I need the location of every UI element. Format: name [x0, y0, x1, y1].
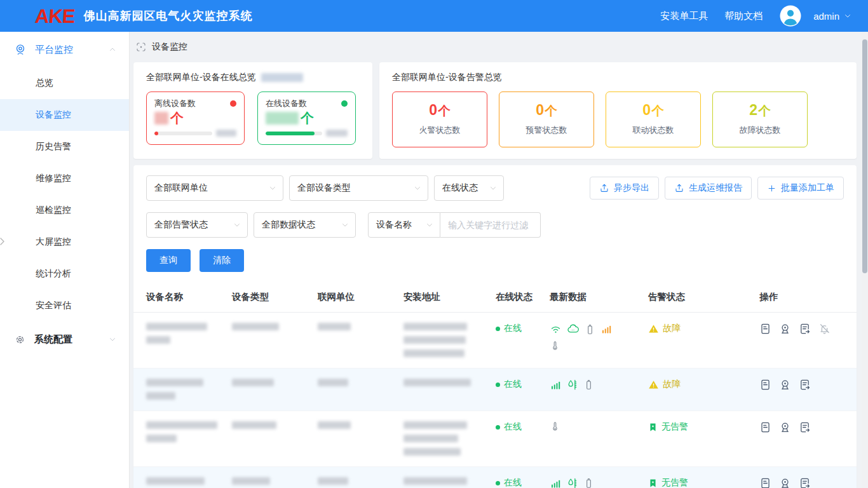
bell-off-icon[interactable] [818, 323, 831, 335]
avatar[interactable] [779, 4, 802, 27]
document-icon[interactable] [759, 421, 771, 433]
online-status-dot [341, 100, 348, 107]
chevron-down-icon [233, 221, 241, 229]
document-icon[interactable] [759, 379, 771, 391]
cell-online-status: 在线 [496, 477, 550, 488]
app-title: 佛山高新园区电气火灾监控系统 [83, 8, 252, 24]
async-export-button[interactable]: 异步导出 [590, 177, 659, 200]
cell-device-type [232, 477, 318, 488]
cell-latest-data [550, 421, 626, 432]
online-dot [496, 327, 500, 331]
bookmark-icon [648, 423, 658, 432]
select-data-status[interactable]: 全部数据状态 [254, 212, 356, 238]
cell-online-status: 在线 [496, 421, 550, 433]
query-button[interactable]: 查询 [146, 249, 191, 272]
redacted-value [266, 112, 299, 125]
offline-status-dot [230, 100, 236, 107]
sidebar-item-2[interactable]: 设备监控 [0, 99, 129, 131]
document-icon[interactable] [759, 323, 771, 335]
document-icon[interactable] [759, 477, 771, 488]
sidebar-collapse-handle[interactable] [0, 238, 4, 245]
select-alarm-status[interactable]: 全部告警状态 [146, 212, 248, 238]
sidebar-section-label: 系统配置 [34, 334, 100, 346]
workorder-icon[interactable] [799, 379, 811, 391]
select-value: 全部告警状态 [154, 219, 208, 231]
sidebar-item-3[interactable]: 历史告警 [0, 131, 129, 163]
sidebar-item-7[interactable]: 统计分析 [0, 258, 129, 290]
sidebar-item-6[interactable]: 大屏监控 [0, 226, 129, 258]
sidebar-item-4[interactable]: 维修监控 [0, 163, 129, 194]
alarm-stat-card-3: 0个联动状态数 [606, 92, 701, 147]
redacted-text [318, 477, 348, 485]
camera-icon[interactable] [779, 323, 791, 335]
cell-alarm-status: 无告警 [648, 477, 759, 488]
sidebar: 平台监控 总览设备监控历史告警维修监控巡检监控大屏监控统计分析安全评估 系统配置 [0, 32, 129, 488]
select-value: 在线状态 [442, 182, 478, 194]
chevron-up-icon [109, 46, 116, 53]
select-network-unit[interactable]: 全部联网单位 [146, 175, 283, 201]
cell-device-name [146, 421, 232, 448]
cell-latest-data [550, 379, 626, 391]
sidebar-section-system-config[interactable]: 系统配置 [0, 322, 129, 357]
cell-online-status: 在线 [496, 323, 550, 334]
chevron-down-icon [844, 12, 851, 20]
online-dot [496, 425, 500, 430]
sidebar-item-5[interactable]: 巡检监控 [0, 194, 129, 226]
scrollbar-track[interactable] [862, 32, 868, 488]
sidebar-section-platform-monitor[interactable]: 平台监控 [0, 32, 129, 67]
workorder-icon[interactable] [799, 323, 811, 335]
alarm-stat-value: 2个 [749, 103, 770, 118]
install-tool-link[interactable]: 安装单工具 [660, 10, 708, 22]
alarm-stat-card-4: 2个故障状态数 [712, 92, 808, 147]
cell-device-name [146, 323, 232, 349]
user-menu[interactable]: admin [813, 11, 851, 22]
generate-report-button[interactable]: 生成运维报告 [665, 177, 752, 200]
column-header: 最新数据 [550, 291, 648, 303]
alarm-stat-value: 0个 [429, 103, 450, 118]
chevron-down-icon [414, 184, 421, 192]
wifi-icon [550, 323, 562, 336]
help-doc-link[interactable]: 帮助文档 [724, 10, 763, 22]
gear-icon [14, 334, 26, 346]
cell-latest-data [550, 323, 626, 351]
cell-operations [759, 477, 844, 488]
batch-workorder-button[interactable]: 批量添加工单 [757, 177, 844, 200]
alarm-stat-card-1: 0个火警状态数 [392, 92, 487, 147]
redacted-value [154, 112, 168, 125]
cell-install-address [403, 421, 496, 461]
alarm-stat-label: 火警状态数 [419, 125, 461, 136]
sidebar-item-8[interactable]: 安全评估 [0, 290, 129, 322]
stat-label: 离线设备数 [154, 98, 196, 109]
clear-button[interactable]: 清除 [200, 249, 244, 272]
camera-icon[interactable] [779, 477, 791, 488]
column-header: 设备名称 [146, 291, 232, 303]
battery-icon [583, 478, 594, 488]
table-row: 在线故障 [133, 313, 857, 369]
select-search-field[interactable]: 设备名称 [368, 212, 440, 238]
column-header: 安装地址 [403, 291, 496, 303]
redacted-text [403, 435, 458, 442]
select-device-type[interactable]: 全部设备类型 [289, 175, 428, 201]
redacted-text [146, 421, 217, 429]
workorder-icon[interactable] [799, 421, 811, 433]
sidebar-item-1[interactable]: 总览 [0, 67, 129, 99]
scrollbar-thumb[interactable] [862, 39, 867, 273]
cell-device-name [146, 477, 232, 488]
redacted-text [403, 448, 461, 456]
header-nav: 安装单工具 帮助文档 admin [660, 4, 868, 27]
keyword-input[interactable] [440, 212, 541, 238]
cell-device-type [232, 421, 318, 435]
online-device-stat-card: 在线设备数 个 [257, 92, 356, 145]
column-header: 操作 [759, 291, 844, 303]
battery-icon [583, 379, 594, 390]
camera-icon[interactable] [779, 421, 791, 433]
device-table-body: 在线故障在线故障在线无告警在线无告警 [133, 313, 857, 488]
warning-triangle-icon [648, 323, 659, 334]
select-online-status[interactable]: 在线状态 [434, 175, 504, 201]
scan-icon [135, 41, 147, 53]
column-header: 设备类型 [232, 291, 318, 303]
export-icon [599, 183, 609, 193]
workorder-icon[interactable] [799, 477, 811, 488]
alarm-stat-value: 0个 [642, 103, 663, 118]
camera-icon[interactable] [779, 379, 791, 391]
